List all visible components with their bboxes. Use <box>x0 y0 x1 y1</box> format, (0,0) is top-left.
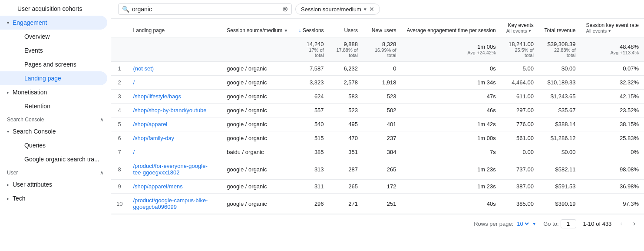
prev-page-button[interactable]: ‹ <box>618 218 624 229</box>
sidebar-item-label: User attributes <box>13 181 52 188</box>
cell-new-users: 384 <box>363 145 402 159</box>
rows-per-page-select[interactable]: 10 25 50 <box>515 220 530 228</box>
col-header-session-key-event-rate[interactable]: Session key event rate All events▼ <box>581 19 644 37</box>
sidebar-item-overview[interactable]: Overview <box>0 30 107 44</box>
cell-landing-page[interactable]: /product/google-campus-bike-ggoegcba0960… <box>128 194 221 214</box>
sidebar-item-tech[interactable]: ▸ Tech <box>0 191 107 205</box>
cell-session-key-event-rate: 23.52% <box>581 104 644 117</box>
goto-page-input[interactable] <box>561 219 576 228</box>
table-row: 3 /shop/lifestyle/bags google / organic … <box>111 90 644 104</box>
cell-landing-page[interactable]: /shop/shop-by-brand/youtube <box>128 104 221 117</box>
cell-users: 470 <box>329 131 363 145</box>
data-table-container: Landing page Session source/medium ▼ ↓ S… <box>111 19 644 214</box>
sidebar-item-queries[interactable]: Queries <box>0 138 107 152</box>
cell-avg-engagement: 1m 42s <box>402 117 501 131</box>
cell-users: 2,578 <box>329 76 363 90</box>
cell-sessions: 296 <box>294 194 329 214</box>
chevron-down-icon: ▾ <box>7 129 9 134</box>
sidebar-item-label: Pages and screens <box>24 61 76 68</box>
cell-session-source-medium: google / organic <box>221 117 293 131</box>
pagination-bar: Rows per page: 10 25 50 ▼ Go to: 1-10 of… <box>111 214 644 233</box>
sidebar-item-search-console[interactable]: ▾ Search Console <box>0 124 107 138</box>
cell-total-revenue: $388.14 <box>539 117 581 131</box>
cell-landing-page[interactable]: /product/for-everyone-google-tee-ggoegxx… <box>128 159 221 180</box>
cell-landing-page[interactable]: /shop/family-day <box>128 131 221 145</box>
col-header-total-revenue[interactable]: Total revenue <box>539 19 581 37</box>
cell-landing-page[interactable]: /shop/apparel <box>128 117 221 131</box>
sidebar-item-engagement[interactable]: ▾ Engagement <box>0 16 107 30</box>
cell-avg-engagement: 1m 34s <box>402 76 501 90</box>
chevron-right-icon: ▸ <box>7 182 9 187</box>
cell-key-events: 5.00 <box>501 62 539 76</box>
collapse-icon2[interactable]: ∧ <box>100 170 104 176</box>
sidebar-item-monetisation[interactable]: ▸ Monetisation <box>0 85 107 99</box>
cell-landing-page[interactable]: /shop/lifestyle/bags <box>128 90 221 104</box>
search-box[interactable]: 🔍 ⊗ <box>118 3 292 15</box>
next-page-button[interactable]: › <box>631 218 637 229</box>
cell-total-revenue: $0.00 <box>539 62 581 76</box>
col-header-session-source-medium[interactable]: Session source/medium ▼ <box>221 19 293 37</box>
cell-new-users: 401 <box>363 117 402 131</box>
cell-landing-page[interactable]: /shop/apparel/mens <box>128 180 221 194</box>
chevron-right-icon: ▸ <box>7 90 9 95</box>
cell-users: 265 <box>329 180 363 194</box>
col-header-key-events[interactable]: Key events All events▼ <box>501 19 539 37</box>
sidebar-item-retention[interactable]: Retention <box>0 99 107 113</box>
sidebar-item-events[interactable]: Events <box>0 44 107 57</box>
sidebar-item-label: Search Console <box>13 128 56 135</box>
sidebar-item-label: Queries <box>24 142 46 149</box>
cell-session-source-medium: google / organic <box>221 180 293 194</box>
cell-sessions: 624 <box>294 90 329 104</box>
collapse-icon[interactable]: ∧ <box>100 117 104 123</box>
cell-new-users: 237 <box>363 131 402 145</box>
cell-total-revenue: $390.19 <box>539 194 581 214</box>
cell-sessions: 311 <box>294 180 329 194</box>
cell-session-key-event-rate: 25.83% <box>581 131 644 145</box>
cell-sessions: 385 <box>294 145 329 159</box>
col-header-landing-page[interactable]: Landing page <box>128 19 221 37</box>
rows-per-page-selector[interactable]: Rows per page: 10 25 50 ▼ <box>474 220 536 228</box>
cell-landing-page[interactable]: (not set) <box>128 62 221 76</box>
sidebar-item-label: Engagement <box>13 19 47 26</box>
cell-users: 6,232 <box>329 62 363 76</box>
cell-session-source-medium: google / organic <box>221 159 293 180</box>
cell-key-events: 561.00 <box>501 131 539 145</box>
chip-close-button[interactable]: ✕ <box>369 6 374 13</box>
cell-new-users: 172 <box>363 180 402 194</box>
cell-new-users: 0 <box>363 62 402 76</box>
chevron-down-icon: ▾ <box>7 20 9 25</box>
table-row: 8 /product/for-everyone-google-tee-ggoeg… <box>111 159 644 180</box>
cell-key-events: 737.00 <box>501 159 539 180</box>
table-row: 5 /shop/apparel google / organic 540 495… <box>111 117 644 131</box>
cell-total-revenue: $591.53 <box>539 180 581 194</box>
cell-landing-page[interactable]: / <box>128 76 221 90</box>
session-source-medium-filter-chip[interactable]: Session source/medium ▼ ✕ <box>295 3 380 15</box>
summary-new-users: 8,328 16.99% of total <box>363 37 402 62</box>
page-info: 1-10 of 433 <box>583 221 612 227</box>
search-clear-button[interactable]: ⊗ <box>282 6 288 13</box>
sidebar-item-label: Monetisation <box>13 89 47 96</box>
search-icon: 🔍 <box>122 6 129 13</box>
col-header-sessions[interactable]: ↓ Sessions <box>294 19 329 37</box>
cell-session-source-medium: google / organic <box>221 76 293 90</box>
sidebar-item-landing-page[interactable]: Landing page <box>0 71 107 85</box>
search-input[interactable] <box>132 6 282 13</box>
sidebar-item-user-attributes[interactable]: ▸ User attributes <box>0 177 107 191</box>
table-row: 1 (not set) google / organic 7,587 6,232… <box>111 62 644 76</box>
col-header-avg-engagement[interactable]: Average engagement time per session <box>402 19 501 37</box>
cell-avg-engagement: 40s <box>402 194 501 214</box>
summary-session-key-event-rate: 48.48% Avg +113.4% <box>581 37 644 62</box>
col-header-users[interactable]: Users <box>329 19 363 37</box>
sidebar-item-google-organic-search[interactable]: Google organic search tra... <box>0 152 107 166</box>
cell-sessions: 515 <box>294 131 329 145</box>
chip-label: Session source/medium <box>301 6 361 13</box>
cell-avg-engagement: 46s <box>402 104 501 117</box>
sidebar-item-user-acquisition-cohorts[interactable]: User acquisition cohorts <box>0 2 107 16</box>
user-section-header: User ∧ <box>0 166 111 177</box>
search-console-section-header: Search Console ∧ <box>0 113 111 124</box>
cell-landing-page[interactable]: / <box>128 145 221 159</box>
sidebar-item-pages-and-screens[interactable]: Pages and screens <box>0 57 107 71</box>
summary-sessions: 14,240 17% of total <box>294 37 329 62</box>
table-row: 7 / baidu / organic 385 351 384 7s 0.00 … <box>111 145 644 159</box>
col-header-new-users[interactable]: New users <box>363 19 402 37</box>
